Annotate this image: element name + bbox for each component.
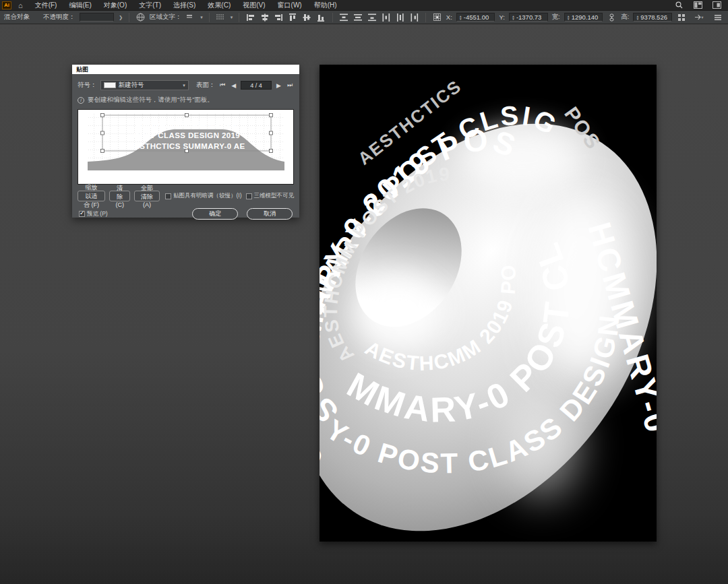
constrain-proportions-link-icon[interactable] — [607, 12, 617, 22]
document-setup-globe-icon[interactable] — [135, 12, 146, 22]
menu-file[interactable]: 文件(F) — [35, 1, 57, 10]
align-vertical-center-icon[interactable] — [302, 12, 312, 22]
invisible-geometry-checkbox[interactable] — [246, 193, 252, 199]
dialog-title[interactable]: 贴图 — [72, 65, 299, 74]
dropdown-chevron-icon: ▾ — [183, 83, 185, 88]
distribute-right-icon[interactable] — [409, 12, 419, 22]
scale-to-fit-button[interactable]: 缩放以适合 (F) — [78, 191, 105, 201]
preview-text-line1: AESTHCTICS SUMMARY-0 — [135, 121, 238, 129]
menu-object[interactable]: 对象(O) — [104, 1, 127, 10]
area-type-label: 区域文字： — [150, 13, 182, 22]
cancel-button[interactable]: 取消 — [247, 208, 293, 220]
x-label: X: — [446, 13, 452, 21]
preview-text-line2: POST CLASS DESIGN 2019 — [133, 131, 240, 139]
first-surface-button[interactable]: ⏮ — [218, 82, 226, 89]
reference-point-locator-icon[interactable] — [432, 12, 442, 22]
separator — [425, 13, 426, 22]
arrange-documents-icon[interactable] — [712, 1, 721, 9]
svg-text:▾: ▾ — [701, 15, 704, 20]
width-label: 宽: — [552, 13, 560, 22]
torus-artwork: CTICS SUMMARY-0 POST CLSIGN 2019 POST SU… — [320, 65, 657, 542]
clear-all-button[interactable]: 全部清除 (A) — [134, 191, 160, 201]
workspace-switcher-icon[interactable] — [693, 1, 702, 9]
x-field[interactable]: ▲▼-4551.00 — [456, 13, 495, 22]
symbol-dropdown[interactable]: 新建符号 ▾ — [100, 80, 189, 90]
menu-help[interactable]: 帮助(H) — [314, 1, 337, 10]
separator — [239, 13, 239, 22]
menu-type[interactable]: 文字(T) — [139, 1, 161, 10]
height-spinner-icon[interactable]: ▲▼ — [636, 15, 639, 20]
info-icon: i — [78, 97, 84, 104]
opacity-field[interactable] — [80, 13, 115, 22]
separator — [332, 13, 333, 22]
height-field[interactable]: ▲▼9378.526 — [633, 13, 672, 22]
surface-page-indicator: 4 / 4 — [241, 81, 272, 90]
invisible-geometry-label: 三维模型不可见 — [254, 192, 295, 200]
distribute-bottom-icon[interactable] — [367, 12, 377, 22]
y-field[interactable]: ▲▼-1370.73 — [509, 13, 548, 22]
distribute-left-icon[interactable] — [381, 12, 391, 22]
menu-window[interactable]: 窗口(W) — [278, 1, 302, 10]
opacity-label: 不透明度： — [43, 13, 75, 22]
clear-button[interactable]: 清除 (C) — [109, 191, 130, 201]
home-icon[interactable]: ⌂ — [18, 1, 23, 9]
surface-label: 表面： — [196, 81, 216, 90]
y-spinner-icon[interactable]: ▲▼ — [512, 15, 515, 20]
control-bar: 混合对象 不透明度： ❯ 区域文字： ▾ ▾ X: ▲▼-4551.00 Y: … — [0, 11, 728, 24]
align-left-icon[interactable] — [245, 12, 255, 22]
width-spinner-icon[interactable]: ▲▼ — [567, 15, 570, 20]
distribute-top-icon[interactable] — [339, 12, 349, 22]
distribute-vertical-center-icon[interactable] — [353, 12, 363, 22]
align-top-icon[interactable] — [288, 12, 298, 22]
menu-bar: Ai ⌂ 文件(F) 编辑(E) 对象(O) 文字(T) 选择(S) 效果(C)… — [0, 0, 728, 11]
map-art-dialog: 贴图 符号： 新建符号 ▾ 表面： ⏮ ◀ 4 / 4 ▶ ⏭ i 要创建和编辑… — [72, 65, 299, 218]
shade-artwork-checkbox[interactable] — [165, 193, 171, 199]
symbol-label: 符号： — [78, 81, 97, 90]
menu-effect[interactable]: 效果(C) — [208, 1, 231, 10]
shade-artwork-label: 贴图具有明暗调（较慢）(I) — [173, 192, 242, 200]
separator — [209, 13, 210, 22]
main-menu: 文件(F) 编辑(E) 对象(O) 文字(T) 选择(S) 效果(C) 视图(V… — [35, 1, 337, 10]
transform-grid-chevron-icon[interactable]: ▾ — [231, 15, 233, 20]
next-surface-button[interactable]: ▶ — [275, 82, 282, 89]
artboard[interactable]: CTICS SUMMARY-0 POST CLSIGN 2019 POST SU… — [320, 65, 657, 542]
align-horizontal-center-icon[interactable] — [260, 12, 270, 22]
search-icon[interactable] — [674, 1, 684, 9]
height-label: 高: — [621, 13, 629, 22]
symbol-dropdown-value: 新建符号 — [119, 81, 144, 90]
ok-button[interactable]: 确定 — [192, 208, 238, 220]
dialog-info-text: 要创建和编辑这些符号，请使用“符号”面板。 — [88, 96, 214, 104]
distribute-horizontal-center-icon[interactable] — [395, 12, 405, 22]
align-right-icon[interactable] — [274, 12, 284, 22]
isolate-object-icon[interactable]: ▾ — [694, 12, 704, 22]
area-type-chevron-icon[interactable]: ▾ — [200, 15, 203, 20]
illustrator-logo-icon[interactable]: Ai — [2, 1, 11, 9]
width-field[interactable]: ▲▼1290.140 — [564, 13, 603, 22]
shape-properties-icon[interactable] — [676, 12, 686, 22]
selected-object-label: 混合对象 — [4, 13, 30, 22]
previous-surface-button[interactable]: ◀ — [230, 82, 237, 89]
symbol-swatch — [104, 82, 116, 88]
opacity-expand-arrow-icon[interactable]: ❯ — [119, 15, 123, 20]
y-label: Y: — [499, 13, 504, 21]
transform-grid-icon[interactable] — [216, 12, 226, 22]
preview-checkbox[interactable] — [79, 211, 85, 217]
surface-preview[interactable]: AESTHCTICS SUMMARY-0 POST CLASS DESIGN 2… — [78, 109, 294, 185]
menu-edit[interactable]: 编辑(E) — [69, 1, 91, 10]
preview-checkbox-label: 预览 (P) — [87, 210, 108, 218]
separator — [129, 13, 129, 22]
area-type-options-icon[interactable] — [185, 12, 195, 22]
panel-menu-icon[interactable] — [712, 12, 723, 22]
x-spinner-icon[interactable]: ▲▼ — [459, 15, 462, 20]
last-surface-button[interactable]: ⏭ — [286, 82, 294, 89]
menu-view[interactable]: 视图(V) — [243, 1, 265, 10]
menu-select[interactable]: 选择(S) — [173, 1, 195, 10]
align-bottom-icon[interactable] — [316, 12, 326, 22]
